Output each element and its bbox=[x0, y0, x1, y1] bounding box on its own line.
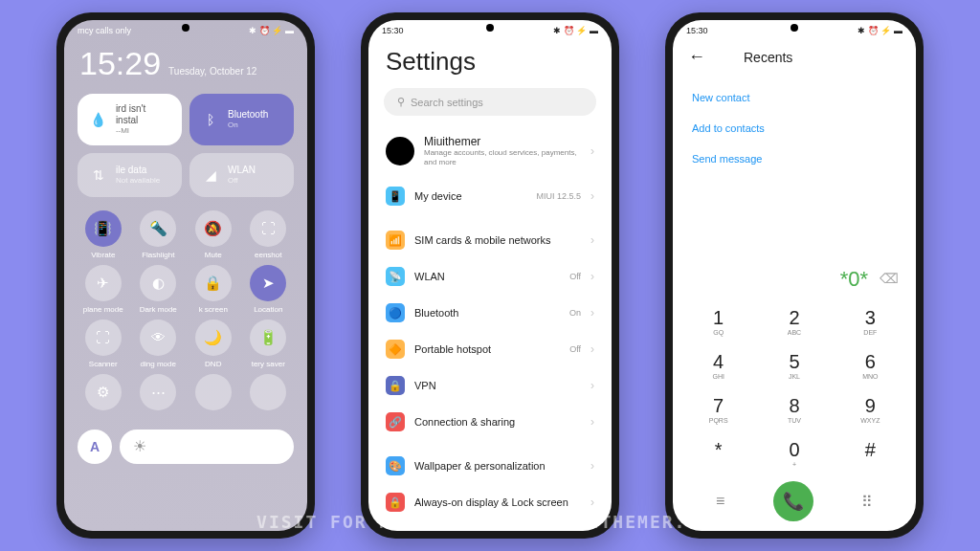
tile-bluetooth[interactable]: ᛒ BluetoothOn bbox=[189, 94, 294, 145]
setting-label: WLAN bbox=[414, 271, 560, 282]
toggle-Vibrate[interactable]: 📳Vibrate bbox=[78, 210, 129, 259]
menu-icon[interactable]: ≡ bbox=[716, 493, 724, 510]
action-link[interactable]: Add to contacts bbox=[692, 113, 897, 143]
setting-label: Portable hotspot bbox=[414, 343, 560, 355]
search-input[interactable]: ⚲ Search settings bbox=[384, 88, 596, 116]
toggle-icon: 👁 bbox=[140, 320, 176, 356]
key-number: 1 bbox=[713, 307, 724, 329]
action-links: New contactAdd to contactsSend message bbox=[673, 77, 916, 180]
setting-icon: 🔒 bbox=[386, 493, 405, 512]
key-*[interactable]: * bbox=[680, 431, 756, 475]
toggle-label: plane mode bbox=[83, 305, 123, 314]
toggle-tery saver[interactable]: 🔋tery saver bbox=[243, 320, 295, 368]
chevron-right-icon: › bbox=[590, 342, 594, 356]
key-letters: DEF bbox=[863, 329, 877, 336]
setting-label: Wallpaper & personalization bbox=[414, 460, 571, 472]
toggle-label: eenshot bbox=[255, 251, 281, 259]
phone-control-center: mcy calls only ✱ ⏰ ⚡ ▬ 15:29 Tuesday, Oc… bbox=[56, 12, 315, 539]
key-6[interactable]: 6MNO bbox=[833, 343, 908, 387]
settings-row[interactable]: 📶SIM cards & mobile networks› bbox=[368, 222, 612, 258]
status-icons: ✱ ⏰ ⚡ ▬ bbox=[858, 26, 902, 35]
tile-humidity[interactable]: 💧 ird isn't instal--MI bbox=[78, 94, 182, 145]
key-9[interactable]: 9WXYZ bbox=[833, 387, 908, 431]
search-icon: ⚲ bbox=[397, 96, 405, 108]
settings-row[interactable]: 🔗Connection & sharing› bbox=[368, 404, 612, 440]
toggle-label: Vibrate bbox=[91, 251, 115, 259]
key-5[interactable]: 5JKL bbox=[756, 343, 832, 387]
toggle-Flashlight[interactable]: 🔦Flashlight bbox=[133, 210, 185, 259]
key-7[interactable]: 7PQRS bbox=[680, 387, 756, 431]
tile-wlan[interactable]: ◢ WLANOff bbox=[189, 153, 294, 197]
chevron-right-icon: › bbox=[590, 496, 594, 509]
page-title: Settings bbox=[368, 37, 612, 88]
setting-label: Bluetooth bbox=[414, 307, 560, 319]
chevron-right-icon: › bbox=[590, 379, 594, 392]
setting-value: Off bbox=[569, 344, 581, 354]
setting-value: Off bbox=[569, 272, 581, 281]
status-text: mcy calls only bbox=[78, 26, 131, 35]
toggle-label: DND bbox=[205, 360, 221, 368]
settings-row[interactable]: 🎨Wallpaper & personalization› bbox=[368, 448, 612, 484]
setting-label: Connection & sharing bbox=[414, 416, 571, 428]
key-0[interactable]: 0+ bbox=[756, 431, 832, 475]
setting-value: MIUI 12.5.5 bbox=[536, 191, 581, 201]
toggle-icon: 📳 bbox=[85, 210, 122, 247]
toggle-eenshot[interactable]: ⛶eenshot bbox=[243, 210, 295, 259]
chevron-right-icon: › bbox=[590, 233, 594, 247]
toggle-extra[interactable]: ⋯ bbox=[133, 374, 185, 414]
settings-row[interactable]: 🔶Portable hotspotOff› bbox=[368, 331, 612, 367]
clock-row: 15:29 Tuesday, October 12 bbox=[64, 37, 307, 94]
dialpad-icon[interactable]: ⠿ bbox=[861, 493, 873, 511]
key-1[interactable]: 1GQ bbox=[680, 299, 756, 343]
settings-row[interactable]: 📱My deviceMIUI 12.5.5› bbox=[368, 178, 612, 214]
auto-button[interactable]: A bbox=[78, 430, 112, 464]
key-8[interactable]: 8TUV bbox=[756, 387, 832, 431]
toggle-Mute[interactable]: 🔕Mute bbox=[188, 210, 239, 259]
tile-data[interactable]: ⇅ ile dataNot available bbox=[78, 153, 182, 197]
back-icon[interactable]: ← bbox=[688, 47, 705, 67]
status-icons: ✱ ⏰ ⚡ ▬ bbox=[249, 26, 294, 35]
toggle-label: Flashlight bbox=[142, 251, 174, 259]
backspace-icon[interactable]: ⌫ bbox=[880, 271, 899, 286]
water-icon: 💧 bbox=[89, 110, 108, 129]
key-number: 9 bbox=[865, 395, 876, 417]
toggle-Location[interactable]: ➤Location bbox=[243, 265, 295, 314]
account-name: Miuithemer bbox=[424, 135, 581, 148]
toggle-Dark mode[interactable]: ◐Dark mode bbox=[133, 265, 185, 314]
toggle-grid: 📳Vibrate🔦Flashlight🔕Mute⛶eenshot✈plane m… bbox=[64, 197, 307, 422]
toggle-extra[interactable]: ⚙ bbox=[78, 374, 129, 414]
settings-row[interactable]: 🔒VPN› bbox=[368, 367, 612, 404]
toggle-plane mode[interactable]: ✈plane mode bbox=[78, 265, 129, 314]
toggle-k screen[interactable]: 🔒k screen bbox=[188, 265, 239, 314]
toggle-extra[interactable] bbox=[188, 374, 239, 414]
chevron-right-icon: › bbox=[590, 306, 594, 320]
toggle-icon: 🔦 bbox=[140, 210, 176, 247]
setting-label: Always-on display & Lock screen bbox=[414, 496, 571, 508]
toggle-extra[interactable] bbox=[243, 374, 295, 414]
toggle-icon: ➤ bbox=[250, 265, 286, 301]
quick-tiles: 💧 ird isn't instal--MI ᛒ BluetoothOn ⇅ i… bbox=[64, 94, 307, 197]
key-4[interactable]: 4GHI bbox=[680, 343, 756, 387]
toggle-label: Scanner bbox=[89, 360, 118, 368]
key-number: 0 bbox=[789, 439, 799, 461]
action-link[interactable]: Send message bbox=[692, 143, 897, 174]
action-link[interactable]: New contact bbox=[692, 82, 897, 113]
key-3[interactable]: 3DEF bbox=[833, 299, 908, 343]
key-2[interactable]: 2ABC bbox=[756, 299, 832, 343]
screen-control-center: mcy calls only ✱ ⏰ ⚡ ▬ 15:29 Tuesday, Oc… bbox=[64, 20, 307, 531]
toggle-icon bbox=[195, 374, 232, 410]
toggle-DND[interactable]: 🌙DND bbox=[188, 320, 239, 368]
key-#[interactable]: # bbox=[833, 431, 908, 475]
brightness-slider[interactable]: ☀ bbox=[120, 430, 294, 464]
toggle-icon: ⋯ bbox=[140, 374, 176, 410]
dialed-number: *0* bbox=[840, 267, 868, 291]
toggle-ding mode[interactable]: 👁ding mode bbox=[133, 320, 185, 368]
key-number: 3 bbox=[865, 307, 876, 329]
page-title: Recents bbox=[744, 50, 792, 65]
settings-row[interactable]: 🔵BluetoothOn› bbox=[368, 295, 612, 331]
account-row[interactable]: Miuithemer Manage accounts, cloud servic… bbox=[368, 127, 612, 178]
notch bbox=[791, 24, 798, 32]
settings-row[interactable]: 📡WLANOff› bbox=[368, 258, 612, 295]
setting-label: My device bbox=[414, 190, 526, 202]
toggle-Scanner[interactable]: ⛶Scanner bbox=[78, 320, 129, 368]
